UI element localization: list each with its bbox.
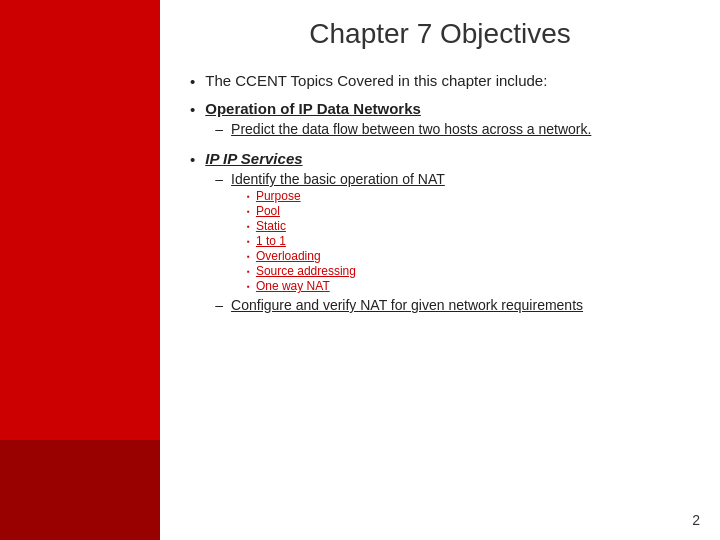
sub-item-2-1: – Predict the data flow between two host… (215, 121, 690, 137)
red-bottom (0, 440, 160, 540)
sub-item-3-1: – Identify the basic operation of NAT ▪ … (215, 171, 690, 294)
sub-text-3-2: Configure and verify NAT for given netwo… (231, 297, 583, 313)
page-number: 2 (692, 512, 700, 528)
main-bullet-list: • The CCENT Topics Covered in this chapt… (190, 72, 690, 316)
sub-text-2-1: Predict the data flow between two hosts … (231, 121, 591, 137)
bullet-dot-2: • (190, 101, 195, 118)
tiny-dot-4: ▪ (247, 237, 250, 246)
sub-list-2: – Predict the data flow between two host… (205, 121, 690, 137)
sub-text-3-1: Identify the basic operation of NAT ▪ Pu… (231, 171, 445, 294)
sub-dash-3-2: – (215, 297, 223, 313)
sub-sub-item-1to1: ▪ 1 to 1 (247, 234, 445, 248)
sub-dash-2-1: – (215, 121, 223, 137)
bullet-dot-1: • (190, 73, 195, 90)
bullet-text-3: IP IP Services – Identify the basic oper… (205, 150, 690, 316)
bullet-2-label: Operation of IP Data Networks (205, 100, 421, 117)
slide-title: Chapter 7 Objectives (190, 18, 690, 50)
sub-list-3: – Identify the basic operation of NAT ▪ … (205, 171, 690, 313)
sub-item-3-2: – Configure and verify NAT for given net… (215, 297, 690, 313)
sub-sub-item-purpose: ▪ Purpose (247, 189, 445, 203)
sub-sub-item-oneway: ▪ One way NAT (247, 279, 445, 293)
bullet-text-1: The CCENT Topics Covered in this chapter… (205, 72, 690, 89)
sub-sub-item-source: ▪ Source addressing (247, 264, 445, 278)
tiny-dot-7: ▪ (247, 282, 250, 291)
sub-dash-3-1: – (215, 171, 223, 187)
tiny-dot-1: ▪ (247, 192, 250, 201)
bullet-item-3: • IP IP Services – Identify the basic op… (190, 150, 690, 316)
sub-sub-item-static: ▪ Static (247, 219, 445, 233)
bullet-item-1: • The CCENT Topics Covered in this chapt… (190, 72, 690, 90)
content-area: Chapter 7 Objectives • The CCENT Topics … (160, 0, 720, 540)
bullet-text-2: Operation of IP Data Networks – Predict … (205, 100, 690, 140)
bullet-dot-3: • (190, 151, 195, 168)
ip-services-label: IP IP Services (205, 150, 302, 167)
tiny-dot-6: ▪ (247, 267, 250, 276)
tiny-dot-3: ▪ (247, 222, 250, 231)
sub-sub-item-pool: ▪ Pool (247, 204, 445, 218)
bullet-item-2: • Operation of IP Data Networks – Predic… (190, 100, 690, 140)
tiny-dot-2: ▪ (247, 207, 250, 216)
slide-container: Chapter 7 Objectives • The CCENT Topics … (0, 0, 720, 540)
tiny-dot-5: ▪ (247, 252, 250, 261)
sub-sub-item-overloading: ▪ Overloading (247, 249, 445, 263)
sub-sub-list: ▪ Purpose ▪ Pool ▪ Stati (231, 189, 445, 293)
